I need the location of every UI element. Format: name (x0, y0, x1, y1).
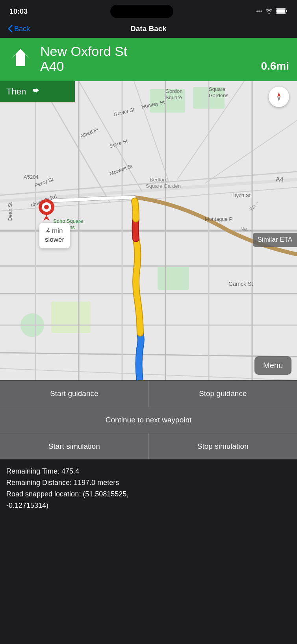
guidance-buttons-row: Start guidance Stop guidance (0, 380, 297, 407)
map-container: Then (0, 81, 297, 380)
svg-rect-8 (51, 302, 91, 333)
direction-info: New Oxford St A40 (40, 44, 127, 74)
compass[interactable] (269, 87, 289, 107)
svg-text:A4: A4 (276, 176, 284, 183)
controls-section: Start guidance Stop guidance Continue to… (0, 380, 297, 459)
svg-text:Square: Square (209, 86, 225, 92)
signal-icon: ••• (256, 9, 262, 14)
status-bar: 10:03 ••• (0, 0, 297, 21)
traffic-line2: slower (45, 235, 64, 244)
start-simulation-button[interactable]: Start simulation (0, 433, 149, 459)
similar-eta-label: Similar ETA (253, 233, 297, 247)
back-label: Back (14, 25, 30, 33)
start-guidance-button[interactable]: Start guidance (0, 381, 149, 407)
stop-guidance-button[interactable]: Stop guidance (149, 381, 297, 407)
svg-marker-55 (277, 92, 280, 97)
traffic-callout: 4 min slower (39, 223, 70, 248)
svg-text:Square: Square (165, 94, 182, 100)
svg-rect-6 (158, 266, 189, 290)
svg-text:A5204: A5204 (24, 174, 39, 180)
svg-text:Gardens: Gardens (209, 93, 228, 98)
svg-text:Montague Pl: Montague Pl (205, 216, 234, 222)
svg-text:Gordon: Gordon (165, 88, 182, 94)
back-button[interactable]: Back (8, 25, 30, 33)
svg-text:Bedford: Bedford (150, 177, 168, 183)
direction-banner: New Oxford St A40 0.6mi (0, 38, 297, 81)
svg-text:Dean St: Dean St (7, 202, 13, 221)
svg-marker-56 (277, 97, 280, 102)
battery-icon (276, 8, 288, 15)
menu-button[interactable]: Menu (254, 356, 291, 375)
svg-text:Square Garden: Square Garden (146, 183, 181, 189)
waypoint-row: Continue to next waypoint (0, 407, 297, 433)
nav-title: Data Back (130, 24, 167, 33)
remaining-time: Remaining Time: 475.4 (6, 466, 291, 477)
then-label: Then (6, 87, 26, 97)
direction-distance: 0.6mi (261, 60, 289, 74)
direction-street: New Oxford St (40, 44, 127, 59)
svg-rect-2 (277, 9, 285, 13)
continue-waypoint-button[interactable]: Continue to next waypoint (0, 407, 297, 433)
svg-rect-1 (286, 10, 287, 12)
svg-text:Dyott St: Dyott St (232, 192, 251, 198)
status-time: 10:03 (9, 7, 28, 16)
direction-road: A40 (40, 59, 127, 74)
svg-text:Garrick St: Garrick St (228, 281, 253, 287)
traffic-line1: 4 min (45, 227, 64, 235)
status-icons: ••• (256, 8, 288, 15)
then-banner: Then (0, 81, 75, 102)
svg-point-52 (44, 205, 49, 209)
wifi-icon (265, 8, 273, 15)
then-arrow-icon (30, 85, 41, 98)
svg-text:Ne...: Ne... (240, 226, 251, 232)
direction-arrow-icon (8, 45, 33, 73)
notch (110, 5, 173, 18)
remaining-distance: Remaining Distance: 1197.0 meters (6, 477, 291, 489)
nav-bar: Back Data Back (0, 21, 297, 38)
road-snapped-coords: -0.12715314) (6, 500, 291, 511)
simulation-buttons-row: Start simulation Stop simulation (0, 433, 297, 459)
road-snapped-location: Road snapped location: (51.50815525, (6, 489, 291, 500)
info-section: Remaining Time: 475.4 Remaining Distance… (0, 459, 297, 519)
stop-simulation-button[interactable]: Stop simulation (149, 433, 297, 459)
